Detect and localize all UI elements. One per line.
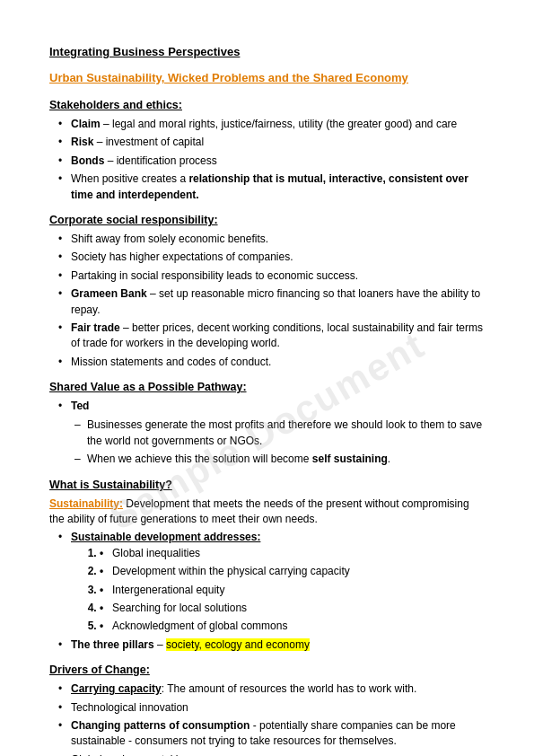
list-item: Ted [58, 399, 485, 414]
list-item: Shift away from solely economic benefits… [58, 232, 485, 247]
list-item: Carrying capacity: The amount of resourc… [58, 681, 485, 697]
list-item: Businesses generate the most profits and… [74, 418, 485, 449]
numbered-list: Global inequalities Development within t… [71, 546, 485, 635]
page: Sample Document Integrating Business Per… [0, 0, 534, 756]
list-item: Global environmental issues. [58, 752, 485, 756]
list-item: Acknowledgment of global commons [100, 619, 485, 634]
section-title-stakeholders: Stakeholders and ethics: [49, 99, 485, 111]
list-item: Fair trade – better prices, decent worki… [58, 321, 485, 352]
list-item: Risk – investment of capital [58, 135, 485, 150]
section-title-shared-value: Shared Value as a Possible Pathway: [49, 381, 485, 393]
list-item: Global inequalities [100, 546, 485, 561]
list-item: Searching for local solutions [100, 601, 485, 616]
section-title-sustainability: What is Sustainability? [49, 479, 485, 491]
list-item: When positive creates a relationship tha… [58, 171, 485, 203]
list-item: Grameen Bank – set up reasonable micro f… [58, 286, 485, 318]
list-item: When we achieve this the solution will b… [74, 452, 485, 467]
main-title: Integrating Business Perspectives [49, 45, 485, 58]
shared-value-list: Ted [49, 399, 485, 414]
list-item: Claim – legal and moral rights, justice/… [58, 117, 485, 132]
list-item: Society has higher expectations of compa… [58, 250, 485, 265]
list-item: Development within the physical carrying… [100, 564, 485, 579]
ted-dash-list: Businesses generate the most profits and… [49, 418, 485, 467]
sustainability-intro: Sustainability: Development that meets t… [49, 497, 485, 528]
list-item: Mission statements and codes of conduct. [58, 355, 485, 370]
list-item: Bonds – identification process [58, 154, 485, 169]
list-item: Intergenerational equity [100, 583, 485, 598]
list-item: Sustainable development addresses: Globa… [58, 530, 485, 634]
section-title-drivers: Drivers of Change: [49, 664, 485, 676]
sustainability-list: Sustainable development addresses: Globa… [49, 530, 485, 653]
section-title-csr: Corporate social responsibility: [49, 214, 485, 226]
list-item: Technological innovation [58, 700, 485, 716]
subtitle: Urban Sustainability, Wicked Problems an… [49, 71, 485, 84]
list-item: The three pillars – society, ecology and… [58, 637, 485, 653]
list-item: Changing patterns of consumption - poten… [58, 718, 485, 750]
csr-list: Shift away from solely economic benefits… [49, 232, 485, 370]
stakeholders-list: Claim – legal and moral rights, justice/… [49, 117, 485, 203]
drivers-list: Carrying capacity: The amount of resourc… [49, 681, 485, 756]
list-item: Partaking in social responsibility leads… [58, 268, 485, 284]
